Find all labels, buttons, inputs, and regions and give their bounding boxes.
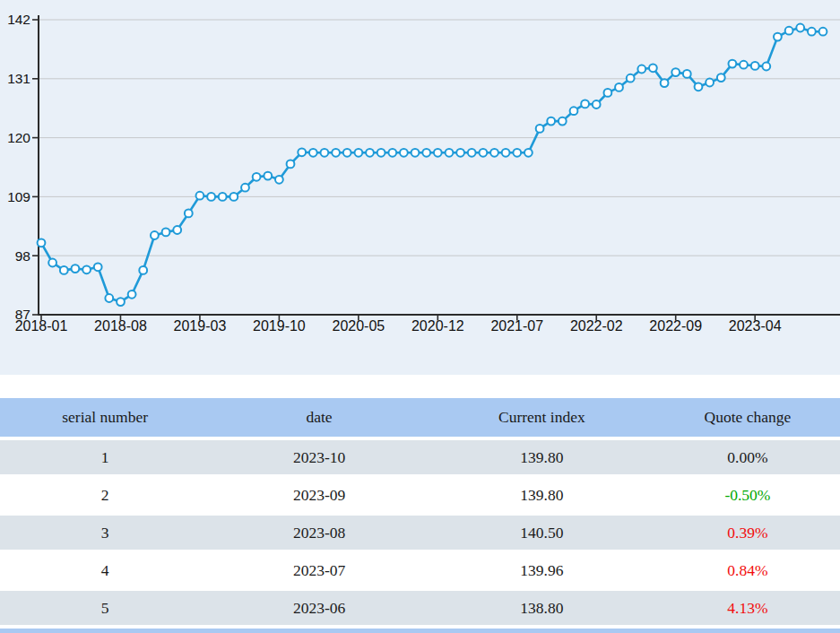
data-point-marker (219, 193, 227, 201)
data-point-marker (446, 149, 454, 157)
data-point-marker (536, 125, 544, 133)
y-tick-label: 120 (7, 130, 30, 145)
index-line-chart: 87981091201311422018-012018-082019-03201… (0, 0, 840, 375)
data-point-marker (819, 28, 827, 36)
quote-change-cell: 0.39% (655, 516, 840, 550)
data-point-marker (480, 149, 488, 157)
data-point-marker (264, 172, 272, 180)
table-row: 42023-07139.960.84% (0, 553, 840, 587)
col-header-quote-change: Quote change (655, 398, 840, 437)
data-point-marker (48, 259, 56, 267)
quote-change-cell: -0.50% (655, 478, 840, 512)
data-point-marker (173, 226, 181, 234)
data-point-marker (661, 79, 669, 87)
data-point-marker (287, 160, 295, 169)
date-cell: 2023-07 (210, 553, 429, 587)
data-point-marker (547, 117, 555, 126)
index-chart-panel: 87981091201311422018-012018-082019-03201… (0, 0, 840, 375)
data-point-marker (490, 149, 498, 157)
data-point-marker (740, 61, 748, 69)
data-point-marker (377, 149, 385, 157)
data-point-marker (456, 149, 464, 157)
data-point-marker (60, 266, 68, 274)
serial-number-cell: 2 (0, 478, 210, 512)
col-header-date: date (210, 398, 429, 437)
date-cell: 2023-06 (210, 591, 429, 625)
data-point-marker (38, 238, 46, 247)
data-point-marker (649, 64, 657, 72)
data-point-marker (524, 149, 533, 157)
data-point-marker (355, 149, 363, 157)
data-point-marker (321, 149, 329, 157)
date-cell: 2023-08 (210, 516, 429, 550)
data-point-marker (785, 27, 793, 35)
x-tick-label: 2018-08 (94, 318, 147, 334)
data-point-marker (559, 117, 567, 126)
data-point-marker (196, 192, 204, 200)
data-point-marker (105, 294, 113, 302)
data-point-marker (229, 193, 238, 201)
data-point-marker (637, 65, 645, 74)
serial-number-cell: 3 (0, 516, 210, 550)
data-point-marker (513, 149, 521, 157)
current-index-cell: 139.80 (429, 478, 655, 512)
col-header-serial-number: serial number (0, 398, 210, 437)
data-point-marker (241, 184, 249, 192)
x-tick-label: 2018-01 (15, 318, 68, 334)
index-history-table: serial number date Current index Quote c… (0, 395, 840, 629)
quote-change-cell: 0.00% (655, 440, 840, 474)
y-tick-label: 142 (7, 12, 30, 27)
data-point-marker (207, 193, 215, 201)
quote-change-cell: 4.13% (655, 591, 840, 625)
data-point-marker (332, 149, 340, 157)
x-tick-label: 2019-10 (253, 318, 306, 334)
data-point-marker (298, 148, 306, 156)
data-point-marker (82, 265, 91, 273)
table-row: 22023-09139.80-0.50% (0, 478, 840, 512)
data-point-marker (604, 89, 612, 97)
data-point-marker (411, 149, 420, 157)
y-tick-label: 131 (7, 71, 30, 86)
data-point-marker (275, 176, 283, 184)
data-point-marker (729, 60, 737, 68)
x-tick-label: 2022-02 (570, 318, 623, 334)
serial-number-cell: 4 (0, 553, 210, 587)
date-cell: 2023-09 (210, 478, 429, 512)
data-point-marker (468, 149, 476, 157)
data-point-marker (139, 266, 147, 274)
data-point-marker (717, 74, 725, 82)
table-body: 12023-10139.800.00%22023-09139.80-0.50%3… (0, 440, 840, 625)
data-point-marker (570, 107, 578, 115)
table-header-row: serial number date Current index Quote c… (0, 398, 840, 437)
data-point-marker (593, 100, 601, 108)
index-series-line (41, 28, 823, 302)
quote-change-cell: 0.84% (655, 553, 840, 587)
data-point-marker (422, 149, 430, 157)
x-tick-label: 2020-05 (332, 318, 385, 334)
data-point-marker (388, 149, 396, 157)
current-index-cell: 138.80 (429, 591, 655, 625)
data-point-marker (185, 210, 193, 218)
data-point-marker (434, 149, 442, 157)
x-tick-label: 2023-04 (729, 318, 782, 334)
table-row: 52023-06138.804.13% (0, 591, 840, 625)
y-tick-label: 98 (15, 248, 30, 264)
x-tick-label: 2021-07 (490, 318, 543, 334)
table-row: 32023-08140.500.39% (0, 516, 840, 550)
data-point-marker (162, 229, 170, 237)
data-point-marker (72, 264, 80, 273)
data-point-marker (774, 33, 782, 41)
data-point-marker (581, 100, 589, 108)
data-point-marker (502, 149, 510, 157)
data-point-marker (695, 82, 703, 91)
col-header-current-index: Current index (429, 398, 655, 437)
data-point-marker (151, 231, 159, 239)
data-point-marker (343, 149, 351, 157)
table-row: 12023-10139.800.00% (0, 440, 840, 474)
data-point-marker (627, 74, 635, 82)
data-point-marker (706, 79, 714, 87)
data-point-marker (751, 62, 759, 70)
data-point-marker (683, 70, 691, 78)
data-point-marker (309, 149, 317, 157)
data-point-marker (117, 298, 125, 306)
